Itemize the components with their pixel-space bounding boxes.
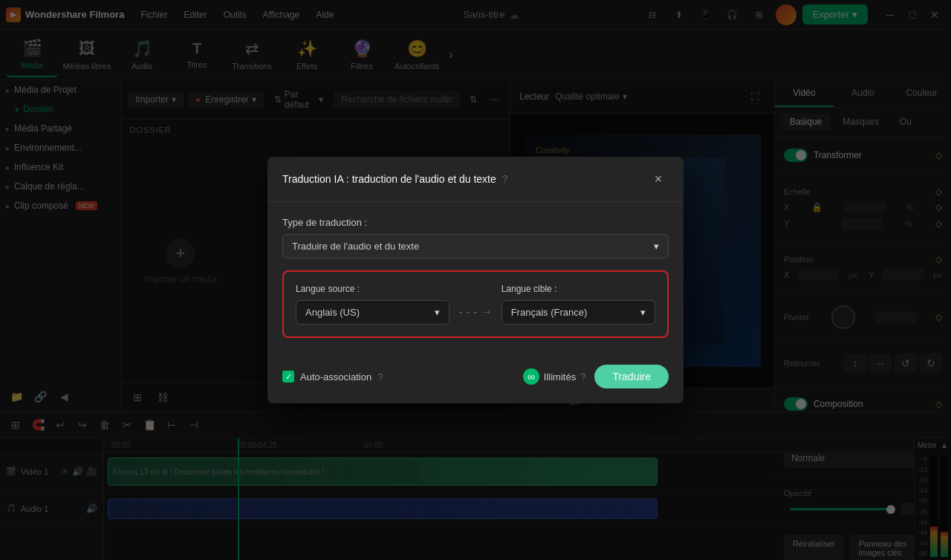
illimite-badge: ∞ Illimités ? xyxy=(523,368,586,385)
auto-association-row: ✓ Auto-association ? xyxy=(282,371,383,382)
target-lang-col: Langue cible : Français (France) ▾ xyxy=(502,284,655,325)
modal-title-label: Traduction IA : traduction de l'audio et… xyxy=(282,173,496,185)
lang-row: Langue source : Anglais (US) ▾ - - - → L… xyxy=(296,284,655,325)
type-chevron-icon: ▾ xyxy=(654,241,659,252)
modal-overlay: Traduction IA : traduction de l'audio et… xyxy=(0,0,951,560)
target-lang-value: Français (France) xyxy=(511,307,588,318)
source-lang-label: Langue source : xyxy=(296,284,449,294)
source-chevron-icon: ▾ xyxy=(435,307,440,318)
target-lang-select[interactable]: Français (France) ▾ xyxy=(502,300,655,325)
lang-arrow-icon: - - - → xyxy=(458,305,492,319)
target-lang-label: Langue cible : xyxy=(502,284,655,294)
traduire-button[interactable]: Traduire xyxy=(594,365,669,388)
source-lang-select[interactable]: Anglais (US) ▾ xyxy=(296,300,449,325)
type-traduction-label: Type de traduction : xyxy=(282,217,669,228)
auto-assoc-checkbox[interactable]: ✓ xyxy=(282,371,294,382)
modal-title-text: Traduction IA : traduction de l'audio et… xyxy=(282,173,508,185)
modal-help-icon[interactable]: ? xyxy=(502,173,508,185)
source-lang-col: Langue source : Anglais (US) ▾ xyxy=(296,284,449,325)
illimite-label: Illimités xyxy=(544,371,576,382)
language-section: Langue source : Anglais (US) ▾ - - - → L… xyxy=(282,270,669,338)
auto-assoc-help-icon[interactable]: ? xyxy=(377,371,383,382)
modal-close-button[interactable]: × xyxy=(648,169,669,189)
modal-footer: ✓ Auto-association ? ∞ Illimités ? Tradu… xyxy=(267,365,684,403)
modal-header: Traduction IA : traduction de l'audio et… xyxy=(267,157,684,202)
type-traduction-select[interactable]: Traduire de l'audio et du texte ▾ xyxy=(282,234,669,258)
target-chevron-icon: ▾ xyxy=(640,307,646,318)
type-traduction-value: Traduire de l'audio et du texte xyxy=(292,241,419,252)
illimite-icon: ∞ xyxy=(523,368,539,385)
auto-assoc-label: Auto-association xyxy=(300,371,371,382)
illimite-help-icon[interactable]: ? xyxy=(580,371,585,382)
modal-body: Type de traduction : Traduire de l'audio… xyxy=(267,202,684,365)
translation-modal: Traduction IA : traduction de l'audio et… xyxy=(267,157,684,403)
source-lang-value: Anglais (US) xyxy=(305,307,360,318)
